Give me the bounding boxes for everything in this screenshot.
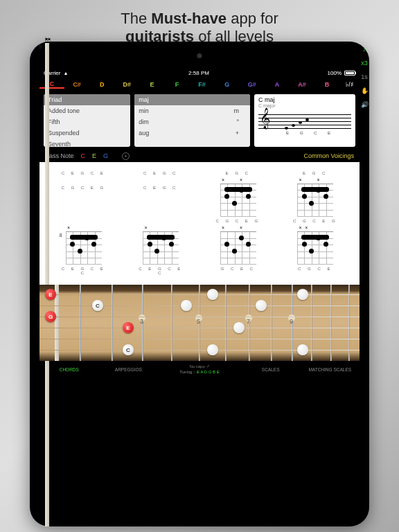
fret-dot[interactable] [256,300,267,311]
status-bar: Carrier 2:58 PM 100% [39,68,360,78]
fret-dot[interactable] [233,322,245,333]
bass-note-row: Bass Note CEG + Common Voicings [39,150,360,162]
fret-dot[interactable]: C [92,300,103,311]
battery-icon [344,71,355,76]
clock: 2:58 PM [188,70,209,76]
family-triad[interactable]: Triad [44,94,130,105]
note-B[interactable]: B [314,81,339,88]
fret-dot[interactable] [181,300,192,311]
chord-diagram[interactable]: ××G C E C [215,231,260,275]
tab-arpeggios[interactable]: ARPEGGIOS [99,367,159,372]
note-D[interactable]: D [89,81,114,88]
family-seventh[interactable]: Seventh [44,139,130,147]
note-C[interactable]: C [39,80,64,89]
note-Dsharp[interactable]: D# [114,81,139,88]
chord-family-picker[interactable]: TriadAdded toneFifthSuspendedSeventh [44,94,130,147]
chord-quality-picker[interactable]: majminmdim°aug+ [134,94,250,147]
chord-fullname: C major [258,103,351,108]
note-G[interactable]: G [215,81,240,88]
bass-note-label: Bass Note [45,152,74,159]
screen: Carrier 2:58 PM 100% CC#DD#EFF#GG#AA#B♭/… [39,68,360,503]
note-E[interactable]: E [139,81,164,88]
fret-dot[interactable]: C [123,344,134,355]
family-suspended[interactable]: Suspended [44,127,130,139]
staff-lines: 𝄞 [258,110,351,131]
staff-preview: C maj C major 𝄞 E G C E [254,94,355,147]
fret-dot[interactable]: E [123,322,134,333]
chord-diagram[interactable]: ××C G C E [293,231,338,275]
note-A[interactable]: A [265,81,290,88]
note-selector-row: CC#DD#EFF#GG#AA#B♭/♯ [39,78,360,91]
tablet-frame: Carrier 2:58 PM 100% CC#DD#EFF#GG#AA#B♭/… [30,42,369,526]
chord-diagram[interactable]: ×8C E G C E C [61,231,106,275]
fret-dot[interactable] [207,344,218,355]
tuning-display[interactable]: No capo ♂Tuning :: E A D G B E [158,364,241,375]
chord-diagram-grid: ××C E G C E××C E G C××E G C×E G C×5C G C… [39,162,360,285]
chord-diagram[interactable]: ×C E G C [139,184,184,223]
fret-dot[interactable] [297,289,308,300]
chord-diagram[interactable]: ××C E G C E [61,169,106,175]
quality-dim[interactable]: dim° [134,116,250,127]
chord-diagram[interactable]: ××E G C [215,169,260,175]
note-Gsharp[interactable]: G# [240,81,265,88]
quality-min[interactable]: minm [134,105,250,116]
note-Csharp[interactable]: C# [64,81,89,88]
add-bass-note-button[interactable]: + [122,152,130,160]
family-added-tone[interactable]: Added tone [44,105,130,116]
fret-dot[interactable]: E [45,289,56,300]
note-Fsharp[interactable]: F# [190,81,215,88]
quality-maj[interactable]: maj [134,94,250,105]
chord-diagram[interactable]: ××C G C E G [293,184,338,223]
fretboard[interactable]: EGCEC3579 [39,285,360,361]
chord-diagram[interactable]: ×E G C [293,169,338,175]
chord-name: C maj [258,96,351,103]
chord-diagram[interactable]: ×C E G C E C [139,231,184,275]
bottom-tab-bar: CHORDSARPEGGIOSNo capo ♂Tuning :: E A D … [39,361,360,378]
tab-scales[interactable]: SCALES [241,367,301,372]
fret-dot[interactable] [207,289,218,300]
note-Asharp[interactable]: A# [290,81,314,88]
bass-note-E[interactable]: E [92,152,96,159]
quality-aug[interactable]: aug+ [134,127,250,139]
chord-diagram[interactable]: ××C E G C [139,169,184,175]
fret-dot[interactable]: G [45,311,56,322]
fret-dot[interactable] [297,344,308,355]
wifi-icon [63,70,70,76]
common-voicings-label[interactable]: Common Voicings [303,152,354,159]
treble-clef-icon: 𝄞 [260,109,270,127]
chord-diagram[interactable]: ×5C G C E G [61,184,106,223]
note-F[interactable]: F [164,81,189,88]
picker-row: TriadAdded toneFifthSuspendedSeventh maj… [39,91,360,150]
bass-note-G[interactable]: G [103,152,108,159]
tab-matching-scales[interactable]: MATCHING SCALES [300,367,360,372]
battery-pct: 100% [328,70,342,76]
family-fifth[interactable]: Fifth [44,116,130,127]
bass-note-C[interactable]: C [81,152,86,159]
chord-diagram[interactable]: ××C G C E G [215,184,260,223]
staff-note-letters: E G C E [258,131,351,135]
flat-sharp-toggle[interactable]: ♭/♯ [339,81,360,88]
